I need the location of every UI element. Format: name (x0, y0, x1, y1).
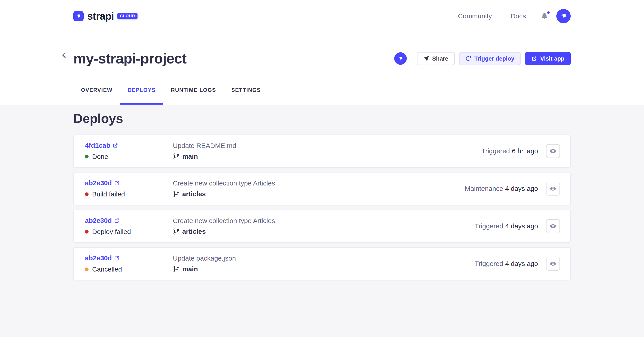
git-branch-icon (173, 228, 180, 235)
deploy-card: 4fd1cab Done Update README.md (73, 135, 571, 168)
commit-link[interactable]: 4fd1cab (85, 142, 110, 149)
strapi-logo-icon (73, 11, 84, 21)
nav-link-docs[interactable]: Docs (511, 12, 526, 20)
tab-settings[interactable]: SETTINGS (224, 77, 268, 105)
header-nav: Community Docs (458, 9, 571, 23)
status-dot (85, 192, 88, 196)
strapi-cloud-logo[interactable]: strapi CLOUD (73, 10, 138, 22)
branch-name: articles (182, 190, 206, 198)
external-link-icon (531, 56, 537, 61)
trigger-time: 4 days ago (505, 185, 538, 192)
project-header: my-strapi-project Share (0, 32, 644, 105)
refresh-icon (465, 56, 471, 61)
project-avatar[interactable] (394, 52, 407, 65)
view-deploy-button[interactable] (546, 219, 560, 233)
git-branch-icon (173, 266, 180, 272)
eye-icon (549, 185, 557, 192)
tab-deploys[interactable]: DEPLOYS (120, 77, 163, 105)
trigger-deploy-label: Trigger deploy (474, 55, 514, 62)
commit-message: Create new collection type Articles (173, 179, 465, 187)
chevron-left-icon (60, 51, 68, 60)
trigger-type-label: Triggered (482, 147, 510, 155)
status-dot (85, 230, 88, 234)
git-branch-icon (173, 153, 180, 160)
tab-overview[interactable]: OVERVIEW (73, 77, 120, 105)
commit-message: Create new collection type Articles (173, 217, 475, 225)
status-label: Build failed (92, 190, 125, 198)
deploy-card: ab2e30d Deploy failed Create new collect… (73, 210, 571, 243)
back-button[interactable] (59, 50, 69, 60)
notification-dot (547, 11, 550, 14)
eye-icon (549, 222, 557, 230)
eye-icon (549, 260, 557, 268)
share-button-label: Share (432, 55, 448, 62)
deploy-card: ab2e30d Cancelled Update package.json (73, 247, 571, 280)
nav-link-community[interactable]: Community (458, 12, 492, 20)
notifications-button[interactable] (541, 12, 548, 20)
status-label: Cancelled (92, 266, 122, 273)
project-tabs: OVERVIEW DEPLOYS RUNTIME LOGS SETTINGS (73, 77, 571, 105)
deploy-card: ab2e30d Build failed Create new collecti… (73, 172, 571, 205)
commit-link[interactable]: ab2e30d (85, 254, 112, 262)
cloud-badge: CLOUD (118, 13, 138, 19)
external-link-icon (114, 255, 120, 261)
status-dot (85, 268, 88, 271)
bell-icon (541, 12, 548, 20)
trigger-time: 6 hr. ago (512, 147, 538, 155)
send-icon (423, 56, 429, 61)
app-header: strapi CLOUD Community Docs (0, 0, 644, 32)
branch-name: main (182, 265, 198, 273)
visit-app-button[interactable]: Visit app (525, 52, 571, 65)
commit-link[interactable]: ab2e30d (85, 179, 112, 187)
share-button[interactable]: Share (417, 52, 454, 65)
tab-runtime-logs[interactable]: RUNTIME LOGS (163, 77, 224, 105)
commit-link[interactable]: ab2e30d (85, 217, 112, 224)
commit-message: Update README.md (173, 142, 482, 149)
trigger-time: 4 days ago (505, 222, 538, 230)
view-deploy-button[interactable] (546, 182, 560, 196)
trigger-time: 4 days ago (505, 260, 538, 268)
branch-name: articles (182, 228, 206, 235)
external-link-icon (112, 143, 118, 148)
trigger-deploy-button[interactable]: Trigger deploy (459, 52, 520, 65)
status-label: Deploy failed (92, 228, 131, 236)
project-title: my-strapi-project (73, 51, 186, 66)
external-link-icon (114, 218, 120, 224)
branch-name: main (182, 153, 198, 160)
deploys-section: Deploys 4fd1cab Done Update README.md (0, 105, 644, 280)
trigger-type-label: Triggered (475, 260, 503, 268)
external-link-icon (114, 180, 120, 186)
trigger-type-label: Maintenance (465, 185, 503, 192)
git-branch-icon (173, 191, 180, 197)
trigger-type-label: Triggered (475, 222, 503, 230)
brand-wordmark: strapi (87, 10, 114, 22)
status-label: Done (92, 153, 108, 160)
status-dot (85, 155, 88, 158)
eye-icon (549, 147, 557, 155)
deploy-list: 4fd1cab Done Update README.md (73, 135, 571, 280)
visit-app-label: Visit app (540, 55, 564, 62)
section-heading: Deploys (73, 112, 571, 125)
view-deploy-button[interactable] (546, 257, 560, 271)
user-avatar[interactable] (556, 9, 571, 23)
commit-message: Update package.json (173, 255, 475, 262)
view-deploy-button[interactable] (546, 144, 560, 158)
